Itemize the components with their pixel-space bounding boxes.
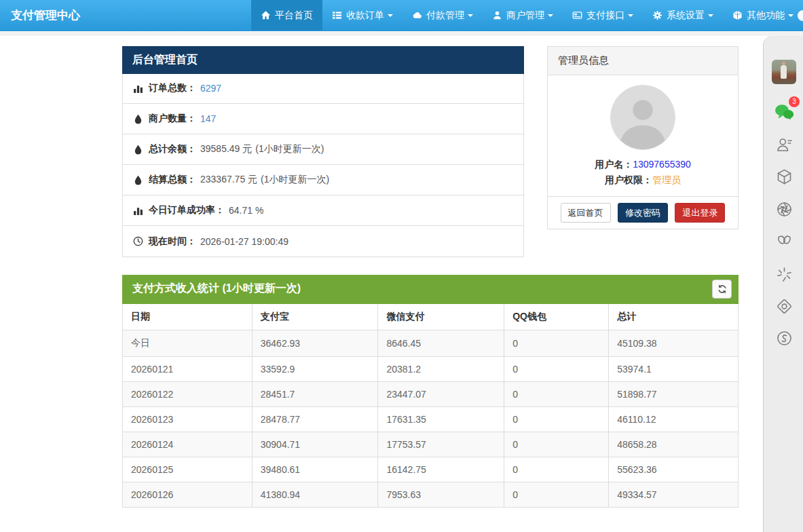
col-wechat-pay: 微信支付 [378,304,504,330]
back-home-button[interactable]: 返回首页 [561,203,611,223]
cell-alipay: 33592.9 [252,357,378,382]
cell-alipay: 41380.94 [252,482,378,508]
droplet-icon [133,175,143,185]
cell-alipay: 39480.61 [252,457,378,482]
aperture-icon[interactable] [772,197,796,221]
chevron-down-icon [548,14,553,17]
table-row: 2026012328478.7717631.35046110.12 [123,407,738,432]
cell-total: 49334.57 [609,482,738,508]
stat-label: 订单总数： [149,82,196,94]
diamond-icon[interactable] [772,294,796,318]
user-avatar[interactable] [772,60,796,84]
cell-date: 20260123 [123,407,252,432]
avatar [610,85,675,150]
role-label: 用户权限： [605,174,652,185]
cell-alipay: 28451.7 [252,382,378,407]
droplet-icon [133,145,143,155]
chevron-down-icon [628,14,633,17]
username-row: 用户名：13097655390 [558,157,728,172]
dashboard-panel-title: 后台管理首页 [122,46,524,74]
nav-label: 支付接口 [586,10,624,22]
nav-label: 商户管理 [506,10,544,22]
stat-row-current-time: 现在时间： 2026-01-27 19:00:49 [123,226,523,256]
username-link[interactable]: 13097655390 [633,159,691,170]
table-row: 2026012539480.6116142.75055623.36 [123,457,738,482]
contact-icon[interactable] [772,133,796,156]
contact-glyph [775,136,793,154]
cell-date: 今日 [123,330,252,357]
chevron-down-icon [708,14,713,17]
cell-total: 53974.1 [609,357,738,382]
chevron-down-icon [788,14,793,17]
stat-row-merchant-count: 商户数量： 147 [123,104,523,134]
stat-value: 2026-01-27 19:00:49 [200,236,288,247]
cube-glyph [775,168,793,186]
col-total: 总计 [609,304,738,330]
wechat-icon[interactable]: 3 [772,100,796,124]
stat-value-link[interactable]: 6297 [200,83,221,94]
s-curve-glyph [775,329,793,347]
col-qq-wallet: QQ钱包 [504,304,609,330]
home-icon [261,10,271,20]
cube-outline-icon[interactable] [772,165,796,188]
username-label: 用户名： [595,159,633,170]
list-icon [332,10,342,20]
refresh-button[interactable] [712,280,732,299]
stat-suffix: (1小时更新一次) [261,174,329,186]
cell-total: 51898.77 [609,382,738,407]
admin-info-panel: 管理员信息 用户名：13097655390 用户权限：管理员 返回首页 修改密码… [547,46,739,229]
cell-qq: 0 [504,330,609,357]
stat-value: 233367.75 元 [200,174,257,186]
stat-row-success-rate: 今日订单成功率： 64.71 % [123,195,523,226]
stat-label: 商户数量： [149,113,196,125]
logout-button[interactable]: 退出登录 [675,203,725,223]
chevron-down-icon [468,14,473,17]
stat-value: 64.71 % [229,205,263,216]
cell-wechat: 16142.75 [378,457,504,482]
nav-item-other-functions[interactable]: 其他功能 [723,0,803,31]
nav-item-merchant-management[interactable]: 商户管理 [483,0,563,31]
nav-item-system-settings[interactable]: 系统设置 [643,0,723,31]
nav-item-platform-home[interactable]: 平台首页 [251,0,322,31]
app-title: 支付管理中心 [0,0,91,31]
change-password-button[interactable]: 修改密码 [618,203,668,223]
person-silhouette-icon [611,86,675,149]
income-panel-header: 支付方式收入统计 (1小时更新一次) [122,275,739,304]
stat-value: 39585.49 元 [200,143,252,155]
cell-date: 20260122 [123,382,252,407]
cell-alipay: 28478.77 [252,407,378,432]
stat-label: 结算总额： [149,174,196,186]
cell-total: 46110.12 [609,407,738,432]
aperture-glyph [775,200,793,218]
cell-total: 55623.36 [609,457,738,482]
spark-icon[interactable] [772,263,796,286]
col-alipay: 支付宝 [252,304,378,330]
top-navbar: 支付管理中心 平台首页 收款订单 付款管理 商户管理 支付接口 [0,0,803,31]
bar-chart-icon [133,206,143,216]
nav-item-receive-orders[interactable]: 收款订单 [322,0,403,31]
spark-glyph [775,265,793,284]
cell-wechat: 7953.63 [378,482,504,508]
nav-item-payout-management[interactable]: 付款管理 [403,0,483,31]
credit-card-icon [572,10,582,20]
cell-total: 45109.38 [609,330,738,357]
col-date: 日期 [123,304,252,330]
nav-item-payment-interface[interactable]: 支付接口 [563,0,643,31]
s-curve-icon[interactable] [772,326,796,349]
cell-qq: 0 [504,407,609,432]
butterfly-icon[interactable] [772,230,796,253]
cell-date: 20260121 [123,357,252,382]
bar-chart-icon [133,83,143,94]
nav-label: 平台首页 [275,10,313,22]
cell-wechat: 20381.2 [378,357,504,382]
income-panel-title: 支付方式收入统计 (1小时更新一次) [132,282,301,294]
cell-qq: 0 [504,482,609,508]
refresh-icon [717,284,727,294]
cell-alipay: 30904.71 [252,432,378,457]
user-icon [492,10,502,20]
cloud-icon [412,10,422,20]
table-row: 2026012228451.723447.07051898.77 [123,382,738,407]
stat-value-link[interactable]: 147 [200,113,216,124]
nav-label: 系统设置 [667,10,705,22]
cell-wechat: 23447.07 [378,382,504,407]
